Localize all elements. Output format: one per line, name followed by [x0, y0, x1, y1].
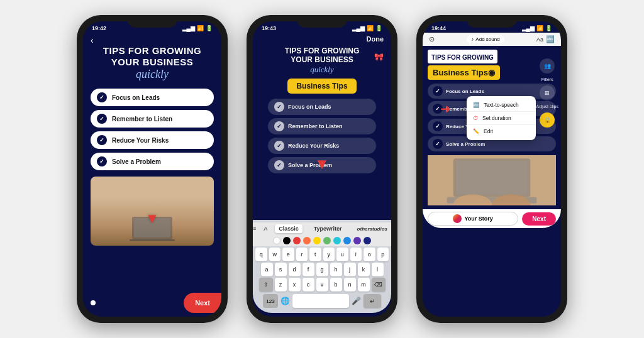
next-button[interactable]: Next — [184, 293, 221, 313]
color-yellow[interactable] — [313, 237, 321, 244]
color-orange[interactable] — [303, 237, 311, 244]
color-cyan[interactable] — [333, 237, 341, 244]
key-d[interactable]: d — [289, 263, 301, 276]
key-g[interactable]: g — [316, 263, 328, 276]
status-time-3: 19:44 — [431, 25, 446, 31]
key-i[interactable]: i — [350, 248, 362, 261]
globe-icon[interactable]: 🌐 — [280, 297, 290, 305]
classic-tab[interactable]: Classic — [275, 224, 303, 233]
key-a[interactable]: a — [261, 263, 273, 276]
key-w[interactable]: w — [269, 248, 281, 261]
phone-notch-1 — [127, 15, 177, 28]
check-icon — [274, 141, 284, 151]
list-item-label: Focus on Leads — [288, 104, 331, 110]
key-x[interactable]: x — [289, 278, 301, 292]
key-p[interactable]: p — [377, 248, 389, 261]
battery-icon-2: 🔋 — [375, 25, 382, 31]
filter-icon[interactable]: 🔤 — [546, 35, 555, 43]
signal-icon-3: ▂▄▆ — [522, 25, 535, 31]
phone-screen-1: 19:42 ▂▄▆ 📶 🔋 ‹ TIPS FOR GROWING YOUR BU… — [83, 21, 221, 317]
color-green[interactable] — [323, 237, 331, 244]
list-item-label: Remember to Listen — [288, 123, 343, 129]
key-y[interactable]: y — [323, 248, 335, 261]
business-tips-badge-2[interactable]: Business Tips — [287, 79, 356, 94]
key-l[interactable]: l — [372, 263, 384, 276]
phone2-top-area: Done 🎀 TIPS FOR GROWING YOUR BUSINESS qu… — [253, 33, 391, 220]
key-r[interactable]: r — [296, 248, 308, 261]
key-t[interactable]: t — [309, 248, 321, 261]
adjust-clips-tool[interactable]: ⊞ — [540, 85, 555, 101]
your-story-button[interactable]: Your Story — [428, 212, 518, 226]
status-time-2: 19:43 — [262, 25, 276, 31]
side-tools: 👥 Filters ⊞ Adjust clips 🔒 — [536, 58, 558, 128]
key-v[interactable]: v — [316, 278, 328, 292]
check-icon — [97, 92, 107, 102]
key-o[interactable]: o — [364, 248, 375, 261]
edit-option[interactable]: ✏️ Edit — [467, 125, 536, 138]
phone-2: 19:43 ▂▄▆ 📶 🔋 Done 🎀 TIPS FOR GROWING YO… — [247, 15, 397, 323]
list-item: Focus on Leads — [91, 89, 214, 106]
back-circle-icon[interactable]: ⊙ — [429, 35, 435, 43]
svg-rect-2 — [130, 239, 175, 241]
signal-icon-2: ▂▄▆ — [352, 25, 365, 31]
phone1-main-title: TIPS FOR GROWING YOUR BUSINESS — [103, 45, 201, 68]
phone2-main-content: Done 🎀 TIPS FOR GROWING YOUR BUSINESS qu… — [253, 33, 391, 313]
key-q[interactable]: q — [255, 248, 267, 261]
key-m[interactable]: m — [358, 278, 370, 292]
color-black[interactable] — [283, 237, 291, 244]
color-blue[interactable] — [343, 237, 351, 244]
key-return[interactable]: ↵ — [364, 294, 381, 308]
key-shift[interactable]: ⇧ — [259, 278, 273, 292]
key-j[interactable]: j — [344, 263, 356, 276]
text-icon[interactable]: A — [264, 226, 267, 232]
key-f[interactable]: f — [303, 263, 314, 276]
check-icon — [97, 156, 107, 166]
status-icons-2: ▂▄▆ 📶 🔋 — [352, 25, 382, 31]
list-item: Reduce Your Risks — [268, 138, 376, 154]
done-button[interactable]: Done — [367, 35, 384, 43]
handwriting-tab[interactable]: otherstudios — [353, 225, 391, 233]
key-h[interactable]: h — [330, 263, 342, 276]
your-story-label: Your Story — [464, 215, 492, 222]
filters-tool[interactable]: 👥 — [540, 58, 555, 74]
phone3-laptop-image — [428, 155, 556, 205]
key-z[interactable]: z — [275, 278, 287, 292]
phone-screen-3: 19:44 ▂▄▆ 📶 🔋 ⊙ ♪ Add sound Aa 🔤 TIPS FO… — [423, 21, 561, 317]
color-red[interactable] — [293, 237, 301, 244]
key-s[interactable]: s — [275, 263, 287, 276]
business-tips-badge-3[interactable]: Business Tips◉ — [428, 65, 500, 80]
phone-notch-2 — [297, 15, 347, 28]
phone3-next-button[interactable]: Next — [522, 212, 556, 226]
wifi-icon-2: 📶 — [367, 25, 374, 31]
mic-icon[interactable]: 🎤 — [352, 297, 361, 305]
phone-3: 19:44 ▂▄▆ 📶 🔋 ⊙ ♪ Add sound Aa 🔤 TIPS FO… — [416, 15, 567, 323]
key-space[interactable] — [292, 294, 349, 308]
lock-tool[interactable]: 🔒 — [540, 112, 555, 128]
back-arrow-icon[interactable]: ‹ — [91, 35, 94, 45]
key-u[interactable]: u — [336, 248, 348, 261]
keyboard-row-3: ⇧ z x c v b n m ⌫ — [255, 278, 389, 292]
phone2-title: TIPS FOR GROWING YOUR BUSINESS quickly — [285, 46, 360, 75]
check-icon — [97, 114, 107, 124]
set-duration-option[interactable]: ⏱ Set duration — [467, 112, 536, 125]
key-numbers[interactable]: 123 — [263, 294, 277, 308]
status-time-1: 19:42 — [92, 25, 106, 31]
color-white[interactable] — [273, 237, 280, 244]
align-icon[interactable]: ≡ — [253, 226, 256, 232]
list-item: Solve a Problem — [91, 153, 214, 170]
typewriter-tab[interactable]: Typewriter — [310, 224, 346, 233]
key-e[interactable]: e — [282, 248, 294, 261]
color-purple[interactable] — [353, 237, 361, 244]
phone-1: 19:42 ▂▄▆ 📶 🔋 ‹ TIPS FOR GROWING YOUR BU… — [77, 15, 228, 323]
key-k[interactable]: k — [358, 263, 370, 276]
key-b[interactable]: b — [330, 278, 342, 292]
text-to-speech-option[interactable]: 🔤 Text-to-speech — [467, 99, 536, 112]
key-n[interactable]: n — [344, 278, 356, 292]
keyboard[interactable]: ≡ A Classic Typewriter otherstudios — [253, 220, 391, 313]
text-icon[interactable]: Aa — [536, 36, 543, 43]
color-navy[interactable] — [364, 237, 371, 244]
key-c[interactable]: c — [303, 278, 314, 292]
key-delete[interactable]: ⌫ — [372, 278, 386, 292]
list-item: Remember to Listen — [91, 110, 214, 128]
add-sound-button[interactable]: ♪ Add sound — [467, 35, 504, 43]
